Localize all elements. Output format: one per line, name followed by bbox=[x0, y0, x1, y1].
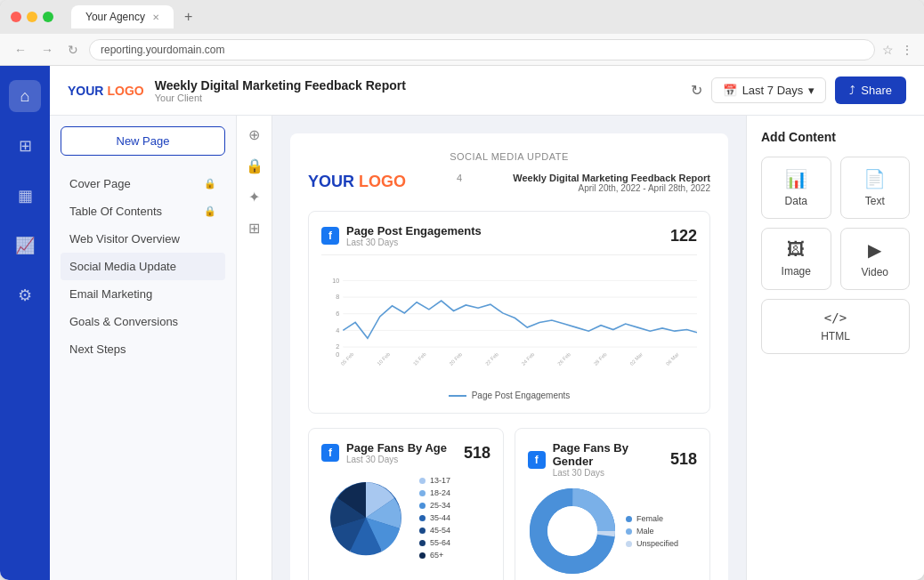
report-logo-logo: LOGO bbox=[359, 173, 406, 190]
sidebar-item-table-of-contents[interactable]: Table Of Contents 🔒 bbox=[61, 197, 225, 225]
sidebar-item-next-steps[interactable]: Next Steps bbox=[61, 335, 225, 363]
sync-button[interactable]: ↻ bbox=[691, 82, 702, 99]
date-range-label: Last 7 Days bbox=[742, 84, 804, 97]
chart1-title-group: Page Post Engagements Last 30 Days bbox=[346, 224, 482, 247]
svg-text:28 Feb: 28 Feb bbox=[593, 351, 608, 367]
legend-dot bbox=[419, 540, 426, 546]
report-header-title-text: Weekly Digital Marketing Feedback Report bbox=[513, 173, 710, 183]
back-button[interactable]: ← bbox=[11, 39, 30, 60]
chart1-divider bbox=[321, 254, 697, 255]
legend-dot bbox=[419, 503, 426, 509]
main-content: YOUR LOGO Weekly Digital Marketing Feedb… bbox=[50, 66, 924, 580]
add-html-button[interactable]: </> HTML bbox=[761, 299, 910, 354]
add-image-button[interactable]: 🖼 Image bbox=[761, 228, 831, 290]
top-bar-left: YOUR LOGO Weekly Digital Marketing Feedb… bbox=[68, 78, 406, 103]
magic-tool-icon[interactable]: ✦ bbox=[248, 189, 260, 205]
svg-text:6: 6 bbox=[336, 310, 339, 318]
legend-item-65plus: 65+ bbox=[419, 551, 450, 560]
browser-nav-icons: ☆ ⋮ bbox=[882, 43, 913, 57]
minimize-dot[interactable] bbox=[27, 12, 37, 22]
report-subtitle: Your Client bbox=[155, 93, 406, 103]
canvas-inner: SOCIAL MEDIA UPDATE YOUR LOGO 4 Weekly D… bbox=[290, 133, 728, 580]
page-number: 4 bbox=[457, 173, 462, 183]
lock-tool-icon[interactable]: 🔒 bbox=[246, 157, 263, 174]
sidebar-item-social-media[interactable]: Social Media Update bbox=[61, 253, 225, 280]
chart2-header: f Page Fans By Age Last 30 Days 518 bbox=[321, 441, 490, 464]
new-tab-button[interactable]: + bbox=[184, 9, 192, 25]
share-icon: ⤴ bbox=[849, 84, 855, 97]
video-icon: ▶ bbox=[868, 239, 881, 261]
grid-tool-icon[interactable]: ⊞ bbox=[248, 220, 260, 237]
report-canvas: SOCIAL MEDIA UPDATE YOUR LOGO 4 Weekly D… bbox=[272, 116, 746, 580]
date-range-selector[interactable]: 📅 Last 7 Days ▾ bbox=[711, 77, 827, 103]
svg-text:8: 8 bbox=[336, 293, 339, 301]
chart1-title-area: f Page Post Engagements Last 30 Days bbox=[321, 224, 482, 247]
browser-tab[interactable]: Your Agency ✕ bbox=[71, 5, 174, 28]
add-data-button[interactable]: 📊 Data bbox=[761, 157, 831, 219]
add-tool-icon[interactable]: ⊕ bbox=[248, 126, 260, 143]
sidebar-item-cover-page[interactable]: Cover Page 🔒 bbox=[61, 170, 225, 197]
add-video-button[interactable]: ▶ Video bbox=[840, 228, 911, 290]
nav-settings[interactable]: ⚙ bbox=[9, 279, 41, 311]
svg-text:15 Feb: 15 Feb bbox=[412, 351, 427, 367]
goals-label: Goals & Conversions bbox=[69, 315, 178, 328]
content-grid: 📊 Data 📄 Text 🖼 Image ▶ bbox=[761, 157, 910, 354]
sidebar-item-goals[interactable]: Goals & Conversions bbox=[61, 308, 225, 335]
chart3-title-area: f Page Fans By Gender Last 30 Days bbox=[528, 441, 670, 478]
lock-icon: 🔒 bbox=[204, 178, 216, 189]
page-post-engagements-card: f Page Post Engagements Last 30 Days 122 bbox=[308, 211, 710, 414]
nav-chart[interactable]: 📈 bbox=[9, 230, 41, 262]
text-icon: 📄 bbox=[863, 168, 886, 189]
logo-your: YOUR bbox=[68, 84, 103, 98]
chart2-title-group: Page Fans By Age Last 30 Days bbox=[346, 441, 447, 464]
add-text-button[interactable]: 📄 Text bbox=[840, 157, 911, 219]
sidebar-item-email-marketing[interactable]: Email Marketing bbox=[61, 280, 225, 308]
chart1-title: Page Post Engagements bbox=[346, 224, 482, 238]
chart3-value: 518 bbox=[670, 450, 697, 469]
address-bar[interactable]: reporting.yourdomain.com bbox=[89, 39, 875, 60]
browser-navbar: ← → ↻ reporting.yourdomain.com ☆ ⋮ bbox=[0, 34, 924, 66]
nav-table[interactable]: ▦ bbox=[9, 180, 41, 212]
legend-item-18-24: 18-24 bbox=[419, 488, 450, 497]
legend-dot-unspecified bbox=[626, 541, 632, 547]
chart1-subtitle: Last 30 Days bbox=[346, 238, 482, 247]
add-content-title: Add Content bbox=[761, 130, 910, 144]
top-bar: YOUR LOGO Weekly Digital Marketing Feedb… bbox=[50, 66, 924, 116]
calendar-icon: 📅 bbox=[723, 84, 737, 97]
legend-dot-female bbox=[626, 516, 632, 522]
chart3-title-group: Page Fans By Gender Last 30 Days bbox=[553, 441, 670, 478]
svg-text:24 Feb: 24 Feb bbox=[521, 351, 536, 367]
refresh-button[interactable]: ↻ bbox=[64, 39, 82, 60]
html-label: HTML bbox=[821, 330, 850, 342]
share-button[interactable]: ⤴ Share bbox=[835, 77, 906, 104]
sidebar-item-web-visitor[interactable]: Web Visitor Overview bbox=[61, 225, 225, 253]
legend-dot bbox=[419, 528, 426, 534]
menu-icon[interactable]: ⋮ bbox=[901, 43, 913, 57]
nav-home[interactable]: ⌂ bbox=[9, 80, 41, 112]
page-sidebar: New Page Cover Page 🔒 Table Of Contents … bbox=[50, 116, 237, 580]
maximize-dot[interactable] bbox=[43, 12, 53, 22]
legend-item-13-17: 13-17 bbox=[419, 476, 450, 485]
pie-chart-container: 13-17 18-24 25-34 bbox=[321, 473, 490, 562]
bookmark-icon[interactable]: ☆ bbox=[882, 43, 894, 57]
legend-item-45-54: 45-54 bbox=[419, 526, 450, 535]
video-label: Video bbox=[862, 266, 888, 278]
report-logo: YOUR LOGO bbox=[308, 173, 406, 191]
chart2-value: 518 bbox=[464, 444, 490, 463]
legend-item-unspecified: Unspecified bbox=[626, 539, 678, 548]
legend-dot bbox=[419, 490, 426, 496]
line-chart-container: 10 8 6 4 2 0 05 Feb bbox=[321, 262, 697, 387]
toc-label: Table Of Contents bbox=[69, 205, 162, 218]
close-dot[interactable] bbox=[11, 12, 21, 22]
new-page-button[interactable]: New Page bbox=[61, 126, 225, 156]
lock-icon-toc: 🔒 bbox=[204, 205, 216, 217]
tab-title: Your Agency bbox=[85, 11, 145, 23]
svg-point-26 bbox=[547, 506, 597, 556]
tab-close-button[interactable]: ✕ bbox=[152, 12, 159, 22]
legend-item-25-34: 25-34 bbox=[419, 501, 450, 510]
nav-grid[interactable]: ⊞ bbox=[9, 130, 41, 162]
legend-dot-male bbox=[626, 528, 632, 535]
forward-button[interactable]: → bbox=[37, 39, 57, 60]
data-icon: 📊 bbox=[785, 168, 807, 189]
right-panel: Add Content 📊 Data 📄 Text 🖼 Image bbox=[746, 116, 924, 580]
